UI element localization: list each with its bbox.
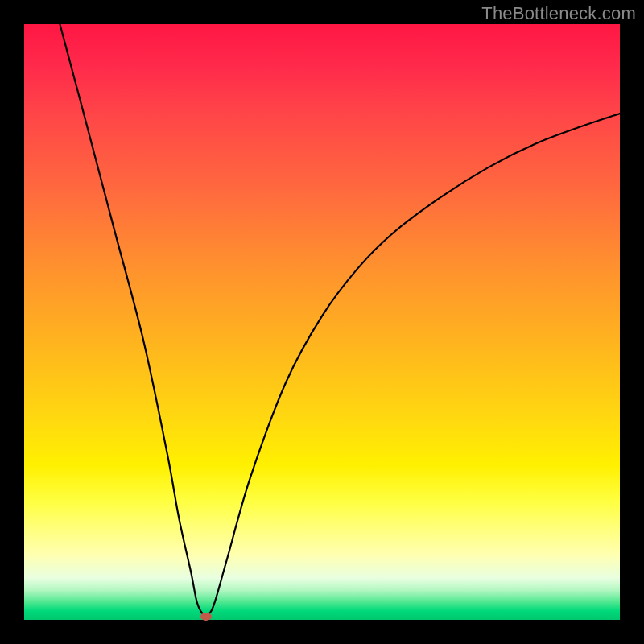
minimum-marker-dot <box>200 613 212 621</box>
plot-area <box>24 24 620 620</box>
watermark-text: TheBottleneck.com <box>481 3 636 24</box>
curve-path <box>60 24 620 615</box>
bottleneck-curve <box>24 24 620 620</box>
chart-frame: TheBottleneck.com <box>0 0 644 644</box>
